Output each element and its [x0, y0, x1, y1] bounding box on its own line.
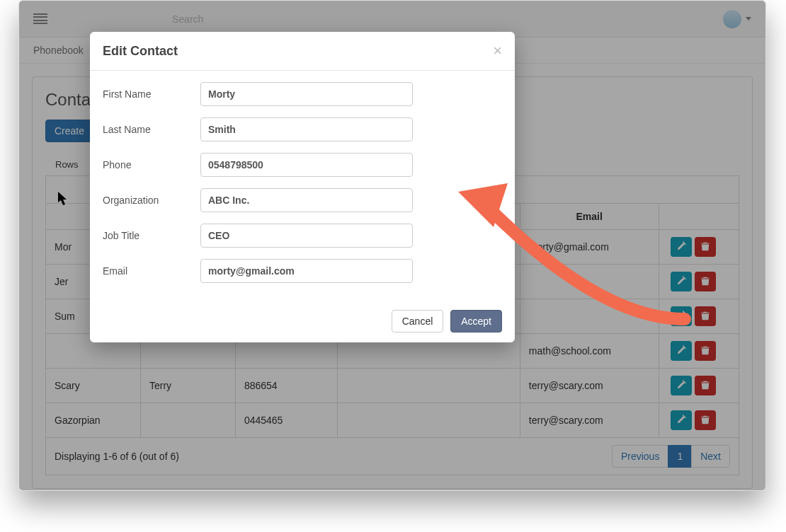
organization-input[interactable]: [200, 188, 413, 212]
app-frame: Phonebook Contact Create Rows F Email: [18, 0, 766, 491]
label-phone: Phone: [103, 159, 200, 170]
label-organization: Organization: [103, 195, 200, 206]
job-title-input[interactable]: [200, 224, 413, 248]
accept-button[interactable]: Accept: [450, 310, 502, 332]
phone-input[interactable]: [200, 153, 413, 177]
first-name-input[interactable]: [200, 82, 413, 106]
modal-footer: Cancel Accept: [90, 300, 515, 342]
close-icon[interactable]: ×: [493, 43, 502, 59]
modal-header: Edit Contact ×: [90, 32, 515, 71]
label-email: Email: [103, 265, 200, 277]
modal-title: Edit Contact: [103, 44, 178, 59]
cancel-button[interactable]: Cancel: [392, 310, 444, 332]
label-job-title: Job Title: [103, 230, 200, 241]
label-first-name: First Name: [103, 88, 200, 100]
edit-contact-modal: Edit Contact × First Name Last Name Phon…: [90, 32, 515, 342]
modal-body: First Name Last Name Phone Organization …: [90, 71, 515, 300]
email-input[interactable]: [200, 259, 413, 283]
label-last-name: Last Name: [103, 124, 200, 135]
last-name-input[interactable]: [200, 117, 413, 141]
